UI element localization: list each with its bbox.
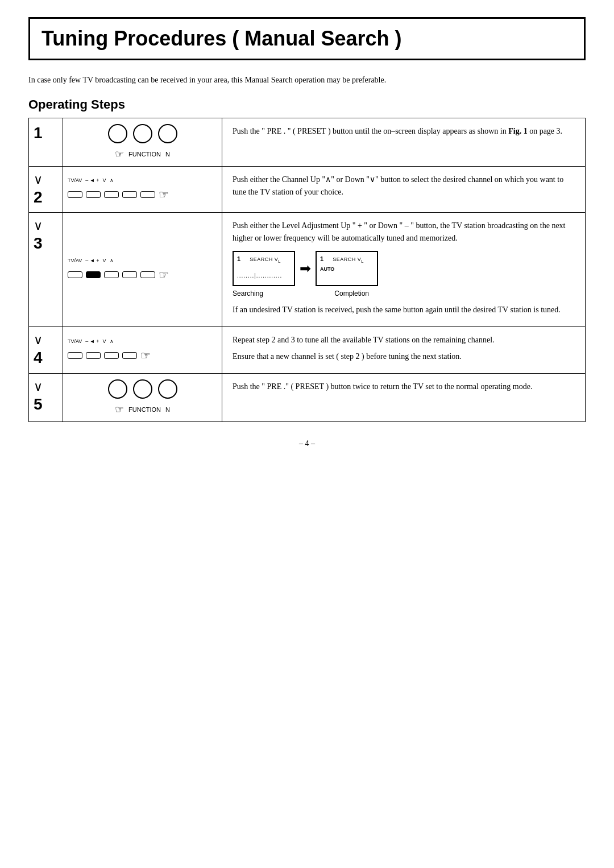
level-label-row: TV/AV – ◄ + V ∧ [68,258,114,263]
preset-buttons-illustration: ☞ FUNCTION N [68,124,217,160]
step4-tvav-label: TV/AV [68,338,82,344]
rect-btn-5 [140,191,155,198]
function-label-row: ☞ FUNCTION N [115,148,170,160]
function-text: FUNCTION [128,151,161,158]
tv-screens-row: 1 SEARCH VL ........|............ ➡ 1 SE… [233,251,575,286]
step-4-illustration: TV/AV – ◄ + V ∧ ☞ [63,327,222,374]
page-title: Tuning Procedures ( Manual Search ) [42,27,572,51]
step-4-description: Repeat step 2 and 3 to tune all the avai… [222,327,586,374]
step-3-description: Push either the Level Adjustment Up " + … [222,213,586,327]
step5-function-text: FUNCTION [128,406,161,413]
searching-caption: Searching [233,288,263,299]
completion-caption: Completion [334,288,369,299]
hand-pointer-4-icon: ☞ [140,349,151,362]
rect-btn-3 [104,191,119,198]
tvav-label-3: TV/AV [68,258,82,263]
level-rect-btn-5 [140,271,155,278]
arrow-down-2: ∨ [34,172,58,187]
step-1-text: Push the " PRE . " ( PRESET ) button unt… [233,125,575,138]
step-5-number: ∨ 5 [29,374,63,422]
step-3-illustration: TV/AV – ◄ + V ∧ ☞ [63,213,222,327]
circle-button-1 [133,124,152,143]
step-1-number: 1 [29,118,63,167]
step-5-description: Push the " PRE ." ( PRESET ) button twic… [222,374,586,422]
step5-preset-buttons: ☞ FUNCTION N [68,379,217,416]
steps-table: 1 ☞ FUNCTION N Push the " PRE . " ( PRES… [28,118,586,422]
tv-screen-completion: 1 SEARCH VL AUTO [316,251,378,286]
level-buttons-illustration: TV/AV – ◄ + V ∧ ☞ [68,258,217,282]
screen-left-header: 1 SEARCH VL [237,254,291,265]
arrow-right-icon: ➡ [300,258,311,279]
arrow-down-3: ∨ [34,218,58,233]
rect-btn-4 [122,191,137,198]
step-3-number: ∨ 3 [29,213,63,327]
hand-pointer-icon: ☞ [115,148,124,160]
screen-left-num: 1 [237,254,240,264]
step4-channel-buttons: TV/AV – ◄ + V ∧ ☞ [68,338,217,362]
step-number-label: 1 [34,124,43,142]
arrow-down-5: ∨ [34,379,58,394]
intro-text: In case only few TV broadcasting can be … [28,74,586,86]
page-title-box: Tuning Procedures ( Manual Search ) [28,17,586,60]
level-caret-label: ∧ [110,258,114,263]
screen-captions: Searching Completion [233,288,369,299]
step-number-4-label: 4 [34,349,43,366]
step4-rect-buttons-row: ☞ [68,349,151,362]
step5-circle-2 [158,379,177,399]
step-2-number: ∨ 2 [29,167,63,213]
hand-pointer-3-icon: ☞ [159,268,169,282]
step-number-5-label: 5 [34,395,43,413]
step-3-row: ∨ 3 TV/AV – ◄ + V ∧ ☞ [29,213,586,327]
channel-buttons-illustration: TV/AV – ◄ + V ∧ ☞ [68,177,217,201]
screen-right-header: 1 SEARCH VL [320,254,374,265]
step-number-3-label: 3 [34,234,43,252]
level-rect-buttons-row: ☞ [68,268,169,282]
rect-buttons-row: ☞ [68,188,169,201]
step-4-text-2: Ensure that a new channel is set ( step … [233,350,575,363]
step5-preset-button [108,379,127,399]
step4-rect-btn-2 [86,352,101,359]
step-2-text: Push either the Channel Up "∧" or Down "… [233,173,575,199]
level-rect-btn-3 [104,271,119,278]
tvav-label: TV/AV [68,177,82,183]
page-number: – 4 – [299,439,315,448]
step5-button-row [108,379,177,399]
preset-button-icon [108,124,127,143]
step4-minus-label: – ◄ + [85,338,99,344]
v-label: V [103,177,106,183]
step-2-illustration: TV/AV – ◄ + V ∧ ☞ [63,167,222,213]
section-title: Operating Steps [28,97,586,112]
hand-pointer-2-icon: ☞ [159,188,169,201]
level-rect-btn-4 [122,271,137,278]
minus-label: – ◄ + [85,177,99,183]
circle-button-2 [158,124,177,143]
step-1-illustration: ☞ FUNCTION N [63,118,222,167]
step4-v-label: V [103,338,106,344]
tv-screen-searching: 1 SEARCH VL ........|............ [233,251,295,286]
step-4-text-1: Repeat step 2 and 3 to tune all the avai… [233,334,575,346]
step-4-number: ∨ 4 [29,327,63,374]
caret-up-label: ∧ [110,177,114,183]
button-row [108,124,177,143]
step5-circle-1 [133,379,152,399]
screen-auto-label: AUTO [320,265,374,273]
step-2-row: ∨ 2 TV/AV – ◄ + V ∧ ☞ [29,167,586,213]
step4-rect-btn-1 [68,352,82,359]
step-3-text-2: If an undesired TV station is received, … [233,304,575,316]
step4-channel-label-row: TV/AV – ◄ + V ∧ [68,338,114,344]
screen-left-dots: ........|............ [237,271,282,280]
step-1-description: Push the " PRE . " ( PRESET ) button unt… [222,118,586,167]
level-rect-btn-2-active [86,271,101,278]
screen-right-label: SEARCH VL [333,255,364,265]
step-5-text: Push the " PRE ." ( PRESET ) button twic… [233,381,575,393]
level-minus-label: – ◄ + [85,258,99,263]
step-3-text-1: Push either the Level Adjustment Up " + … [233,220,575,245]
arrow-down-4: ∨ [34,333,58,348]
level-v-label: V [103,258,106,263]
step-5-illustration: ☞ FUNCTION N [63,374,222,422]
channel-label-row: TV/AV – ◄ + V ∧ [68,177,114,183]
step4-caret-label: ∧ [110,338,114,344]
step5-hand-icon: ☞ [115,403,124,416]
screen-left-label: SEARCH VL [250,255,281,265]
rect-btn-1 [68,191,82,198]
